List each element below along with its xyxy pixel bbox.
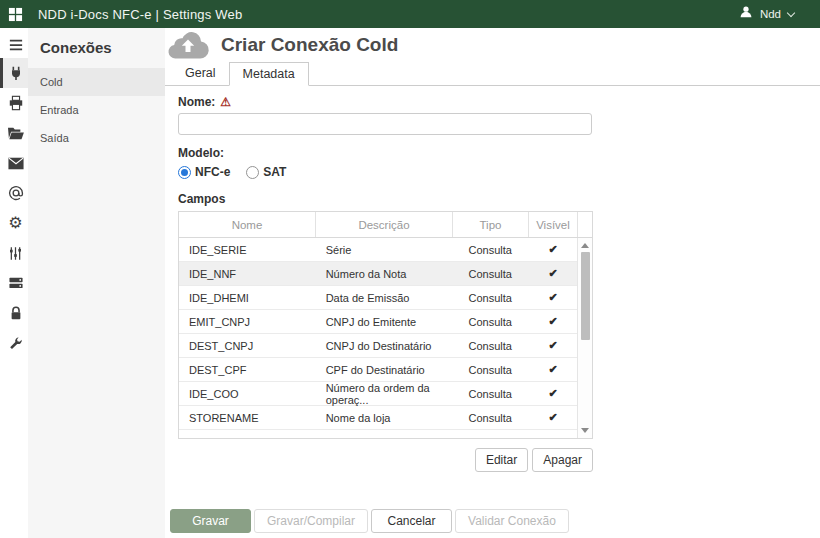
connection-item-entrada[interactable]: Entrada xyxy=(28,96,165,124)
check-icon: ✔ xyxy=(548,387,557,400)
table-row[interactable]: STORENAME Nome da loja Consulta ✔ xyxy=(179,406,578,430)
modelo-options: NFC-e SAT xyxy=(178,165,605,179)
cell-descricao: Data de Emissão xyxy=(316,286,453,309)
cell-tipo: Consulta xyxy=(452,310,528,333)
table-row[interactable]: EMIT_CNPJ CNPJ do Emitente Consulta ✔ xyxy=(179,310,578,334)
radio-nfce[interactable]: NFC-e xyxy=(178,165,230,179)
sidebar-item-servers[interactable] xyxy=(0,268,28,298)
scroll-up-icon[interactable] xyxy=(581,243,589,248)
warning-icon: ⚠ xyxy=(220,96,231,108)
cell-nome: IDE_NNF xyxy=(179,262,316,285)
nome-label: Nome: xyxy=(178,95,215,109)
cell-nome: IDE_DHEMI xyxy=(179,286,316,309)
sidebar-item-files[interactable] xyxy=(0,118,28,148)
app-title: NDD i-Docs NFC-e | Settings Web xyxy=(38,7,242,22)
column-header-nome: Nome xyxy=(179,212,316,237)
radio-button-icon[interactable] xyxy=(246,166,259,179)
cell-nome: EMIT_CNPJ xyxy=(179,310,316,333)
check-icon: ✔ xyxy=(548,291,557,304)
cell-descricao: Número da ordem da operaç... xyxy=(316,382,453,405)
cell-tipo: Consulta xyxy=(452,334,528,357)
cell-descricao: Série xyxy=(316,238,453,261)
printer-icon xyxy=(8,95,24,111)
gear-icon: ⚙ xyxy=(8,215,22,231)
cell-nome: DEST_CNPJ xyxy=(179,334,316,357)
cell-descricao: CNPJ do Emitente xyxy=(316,310,453,333)
lock-icon xyxy=(9,305,23,321)
sidebar-item-tools[interactable] xyxy=(0,328,28,358)
panel-title: Conexões xyxy=(28,28,165,68)
validar-conexao-button[interactable]: Validar Conexão xyxy=(455,509,569,533)
cell-descricao: CPF do Destinatário xyxy=(316,358,453,381)
table-row[interactable]: IDE_DHEMI Data de Emissão Consulta ✔ xyxy=(179,286,578,310)
page-title: Criar Conexão Cold xyxy=(221,34,398,56)
user-name: Ndd xyxy=(760,8,781,20)
table-row[interactable]: DEST_CPF CPF do Destinatário Consulta ✔ xyxy=(179,358,578,382)
connections-panel: Conexões Cold Entrada Saída xyxy=(28,28,165,538)
check-icon: ✔ xyxy=(548,339,557,352)
cell-nome: STORENAME xyxy=(179,406,316,429)
scrollbar-thumb[interactable] xyxy=(581,252,590,340)
cell-tipo: Consulta xyxy=(452,382,528,405)
cell-descricao: Número da Nota xyxy=(316,262,453,285)
sidebar-item-preferences[interactable] xyxy=(0,238,28,268)
sidebar-item-settings[interactable]: ⚙ xyxy=(0,208,28,238)
check-icon: ✔ xyxy=(548,411,557,424)
apagar-button[interactable]: Apagar xyxy=(532,448,593,472)
sidebar-item-email-at[interactable] xyxy=(0,178,28,208)
campos-label: Campos xyxy=(178,192,605,206)
cell-nome: DEST_CPF xyxy=(179,358,316,381)
column-header-tipo: Tipo xyxy=(453,212,529,237)
cell-tipo: Consulta xyxy=(452,238,528,261)
table-scrollbar[interactable] xyxy=(577,238,592,438)
table-row-selected[interactable]: IDE_NNF Número da Nota Consulta ✔ xyxy=(179,262,578,286)
apps-grid-icon[interactable] xyxy=(0,0,30,28)
table-row[interactable]: DEST_CNPJ CNPJ do Destinatário Consulta … xyxy=(179,334,578,358)
connection-item-cold[interactable]: Cold xyxy=(28,68,165,96)
tab-metadata[interactable]: Metadata xyxy=(229,62,309,86)
column-header-descricao: Descrição xyxy=(316,212,453,237)
connection-item-saida[interactable]: Saída xyxy=(28,124,165,152)
cancelar-button[interactable]: Cancelar xyxy=(371,509,452,533)
check-icon: ✔ xyxy=(548,363,557,376)
user-menu[interactable]: Ndd xyxy=(739,5,794,23)
gravar-compilar-button[interactable]: Gravar/Compilar xyxy=(254,509,368,533)
folder-open-icon xyxy=(7,126,24,141)
cell-nome: IDE_SERIE xyxy=(179,238,316,261)
campos-table: Nome Descrição Tipo Visível IDE_SERIE Sé… xyxy=(178,211,593,439)
gravar-button[interactable]: Gravar xyxy=(170,509,251,533)
scroll-down-icon[interactable] xyxy=(581,428,589,433)
radio-nfce-label: NFC-e xyxy=(195,165,230,179)
chevron-down-icon xyxy=(787,8,795,16)
check-icon: ✔ xyxy=(548,243,557,256)
radio-sat-label: SAT xyxy=(263,165,286,179)
sidebar-item-connections[interactable] xyxy=(0,58,28,88)
column-header-visivel: Visível xyxy=(529,212,578,237)
wrench-icon xyxy=(8,336,23,351)
cell-tipo: Consulta xyxy=(452,406,528,429)
table-row[interactable]: IDE_SERIE Série Consulta ✔ xyxy=(179,238,578,262)
sidebar-item-mail[interactable] xyxy=(0,148,28,178)
cloud-upload-icon xyxy=(166,28,210,66)
check-icon: ✔ xyxy=(548,315,557,328)
modelo-label: Modelo: xyxy=(178,146,605,160)
mail-icon xyxy=(8,157,24,170)
user-icon xyxy=(739,5,753,23)
icon-rail: ⚙ xyxy=(0,28,28,538)
footer-actions: Gravar Gravar/Compilar Cancelar Validar … xyxy=(170,509,569,533)
table-row[interactable]: IDE_COO Número da ordem da operaç... Con… xyxy=(179,382,578,406)
radio-sat[interactable]: SAT xyxy=(246,165,286,179)
cell-descricao: Nome da loja xyxy=(316,406,453,429)
sidebar-item-security[interactable] xyxy=(0,298,28,328)
hamburger-menu-icon[interactable] xyxy=(0,32,28,58)
editar-button[interactable]: Editar xyxy=(475,448,528,472)
radio-button-icon[interactable] xyxy=(178,166,191,179)
cell-descricao: CNPJ do Destinatário xyxy=(316,334,453,357)
cell-nome: IDE_COO xyxy=(179,382,316,405)
table-body: IDE_SERIE Série Consulta ✔ IDE_NNF Númer… xyxy=(179,238,592,438)
at-sign-icon xyxy=(8,185,24,201)
sidebar-item-printer[interactable] xyxy=(0,88,28,118)
nome-input[interactable] xyxy=(178,113,592,135)
table-actions: Editar Apagar xyxy=(178,448,593,472)
tab-bar: Geral Metadata xyxy=(165,62,820,86)
